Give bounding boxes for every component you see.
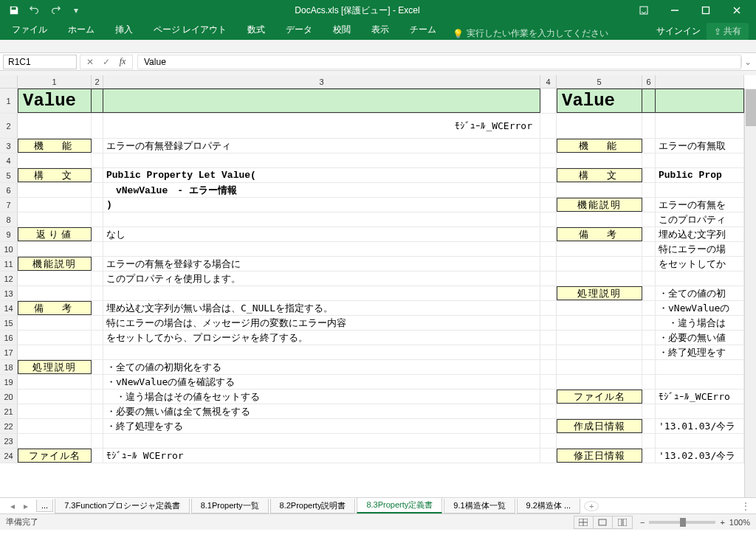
cell[interactable]	[92, 242, 103, 256]
col-header[interactable]: 5	[557, 75, 642, 88]
cell[interactable]	[18, 286, 92, 300]
cell[interactable]	[642, 114, 656, 138]
row-header[interactable]: 16	[0, 331, 18, 345]
cell[interactable]	[18, 272, 92, 286]
cell[interactable]	[18, 345, 92, 359]
cell[interactable]	[642, 212, 656, 226]
cell[interactable]	[642, 404, 656, 418]
cell[interactable]	[103, 286, 540, 300]
cancel-icon[interactable]: ✕	[83, 57, 97, 67]
cell[interactable]	[103, 212, 540, 226]
cell[interactable]	[642, 375, 656, 389]
row-header[interactable]: 5	[0, 168, 18, 183]
cell[interactable]	[642, 242, 656, 256]
add-sheet-button[interactable]: +	[584, 501, 599, 511]
col-header[interactable]: 1	[18, 75, 92, 88]
cell[interactable]	[540, 286, 557, 300]
row-header[interactable]: 7	[0, 198, 18, 212]
row-header[interactable]: 19	[0, 375, 18, 390]
cell[interactable]: ・終了処理をす	[656, 345, 744, 359]
cell[interactable]: エラーの有無登録プロパティ	[103, 139, 540, 153]
cell[interactable]	[557, 345, 642, 359]
tab-pagelayout[interactable]: ページ レイアウト	[143, 20, 237, 40]
cell[interactable]	[540, 345, 557, 359]
row-header[interactable]: 15	[0, 316, 18, 331]
label-syntax[interactable]: 構 文	[18, 168, 92, 182]
view-pagelayout-icon[interactable]	[594, 516, 613, 528]
cell[interactable]	[18, 198, 92, 212]
cell[interactable]	[642, 257, 656, 271]
col-header[interactable]: 6	[642, 75, 656, 88]
cell[interactable]	[656, 434, 744, 448]
undo-icon[interactable]	[25, 2, 44, 18]
cell[interactable]	[642, 331, 656, 345]
cell[interactable]	[540, 114, 557, 138]
cell[interactable]	[18, 375, 92, 389]
cell[interactable]	[92, 390, 103, 404]
cell[interactable]: '13.02.03/今ラ	[656, 449, 744, 463]
redo-icon[interactable]	[46, 2, 65, 18]
qat-customize-icon[interactable]: ▾	[66, 2, 86, 18]
sheet-tab[interactable]: 8.1Property一覧	[191, 499, 269, 513]
cell[interactable]	[18, 212, 92, 226]
cell[interactable]	[540, 404, 557, 418]
cell[interactable]	[540, 419, 557, 433]
cell[interactable]	[92, 301, 103, 315]
label-modify-r[interactable]: 修正日情報	[557, 449, 642, 463]
cell[interactable]	[92, 272, 103, 286]
row-header[interactable]: 10	[0, 242, 18, 257]
cell[interactable]: エラーの有無を	[656, 198, 744, 212]
cell[interactable]	[92, 89, 103, 113]
cell[interactable]	[540, 316, 557, 330]
label-desc[interactable]: 機能説明	[18, 257, 92, 271]
label-remark[interactable]: 備 考	[18, 301, 92, 315]
cell[interactable]	[557, 331, 642, 345]
label-func[interactable]: 機 能	[18, 139, 92, 153]
cell[interactable]	[557, 316, 642, 330]
tab-formulas[interactable]: 数式	[237, 20, 275, 40]
cell[interactable]	[18, 434, 92, 448]
col-header[interactable]: 2	[92, 75, 103, 88]
view-normal-icon[interactable]	[574, 516, 594, 528]
cell[interactable]	[656, 183, 744, 197]
formula-input[interactable]	[137, 55, 741, 69]
cell[interactable]	[18, 114, 92, 138]
row-header[interactable]: 4	[0, 153, 18, 168]
cell[interactable]	[540, 212, 557, 226]
name-box[interactable]	[3, 55, 77, 69]
cell[interactable]	[642, 390, 656, 404]
label-process-r[interactable]: 処理説明	[557, 286, 642, 300]
cell[interactable]	[557, 212, 642, 226]
cell[interactable]: ・必要の無い値	[656, 331, 744, 345]
cell[interactable]	[656, 153, 744, 167]
zoom-in-button[interactable]: +	[720, 518, 724, 527]
cell[interactable]: をセットしてから、プロシージャを終了する。	[103, 331, 540, 345]
cell[interactable]	[18, 404, 92, 418]
tab-team[interactable]: チーム	[399, 20, 447, 40]
cell[interactable]	[540, 272, 557, 286]
enter-icon[interactable]: ✓	[100, 57, 113, 67]
tab-view[interactable]: 表示	[361, 20, 399, 40]
cell[interactable]	[540, 153, 557, 167]
row-header[interactable]: 11	[0, 257, 18, 272]
cell[interactable]: Public Property Let Value(	[103, 168, 540, 182]
cell[interactable]	[92, 360, 103, 374]
cell[interactable]	[642, 360, 656, 374]
cell[interactable]	[656, 272, 744, 286]
tab-insert[interactable]: 挿入	[105, 20, 143, 40]
cell[interactable]	[540, 183, 557, 197]
cell[interactable]: 埋め込む文字列が無い場合は、C_NULLを指定する。	[103, 301, 540, 315]
cell[interactable]	[92, 345, 103, 359]
cell[interactable]: ・違う場合は	[656, 316, 744, 330]
sheet-tab[interactable]: 9.2構造体 ...	[517, 499, 581, 513]
cell[interactable]: ・違う場合はその値をセットする	[103, 390, 540, 404]
cell[interactable]	[557, 153, 642, 167]
cell[interactable]	[92, 286, 103, 300]
cell[interactable]	[540, 375, 557, 389]
scroll-thumb[interactable]	[746, 89, 756, 126]
label-syntax-r[interactable]: 構 文	[557, 168, 642, 182]
row-header[interactable]: 24	[0, 449, 18, 463]
tell-me-box[interactable]: 💡 実行したい作業を入力してください	[447, 27, 650, 40]
minimize-button[interactable]	[660, 2, 690, 18]
module-name[interactable]: ﾓｼﾞｭｰﾙ_WCError	[103, 114, 540, 138]
